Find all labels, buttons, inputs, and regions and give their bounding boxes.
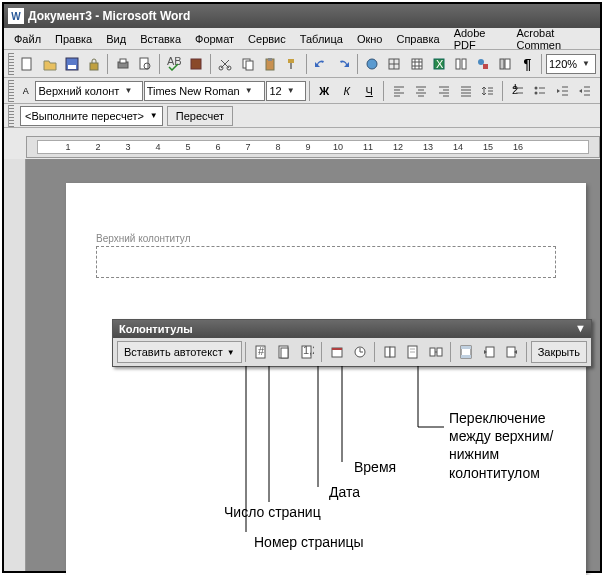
decrease-indent-button[interactable]: [552, 80, 573, 102]
ruler-scale: 1 2 3 4 5 6 7 8 9 10 11 12 13 14 15 16: [37, 140, 589, 154]
toolbar-grip[interactable]: [8, 53, 14, 75]
recalc-toolbar: <Выполните пересчет> ▼ Пересчет: [4, 104, 600, 128]
menu-format[interactable]: Формат: [189, 31, 240, 47]
recalc-placeholder: <Выполните пересчет>: [25, 110, 144, 122]
show-hide-text-button[interactable]: [402, 341, 424, 363]
svg-text:2: 2: [512, 84, 518, 96]
scissors-icon: [218, 57, 232, 71]
separator-icon: [357, 54, 359, 74]
horizontal-ruler[interactable]: 1 2 3 4 5 6 7 8 9 10 11 12 13 14 15 16: [26, 136, 600, 158]
floating-toolbar-title: Колонтитулы: [119, 323, 193, 335]
align-center-button[interactable]: [410, 80, 431, 102]
increase-indent-button[interactable]: [575, 80, 596, 102]
menu-adobe-pdf[interactable]: Adobe PDF: [448, 25, 509, 53]
ruler-mark: 7: [245, 142, 250, 152]
toolbar-grip[interactable]: [8, 80, 14, 102]
svg-rect-85: [437, 348, 442, 356]
permissions-button[interactable]: [83, 53, 104, 75]
font-size-combo[interactable]: 12 ▼: [266, 81, 305, 101]
insert-date-button[interactable]: [326, 341, 348, 363]
switch-header-footer-button[interactable]: [455, 341, 477, 363]
header-footer-toolbar[interactable]: Колонтитулы ▼ Вставить автотекст ▼ # 1,2: [112, 319, 592, 367]
ruler-mark: 15: [483, 142, 493, 152]
redo-icon: [336, 57, 350, 71]
show-marks-button[interactable]: ¶: [517, 53, 538, 75]
columns-button[interactable]: [450, 53, 471, 75]
toolbar-grip[interactable]: [8, 105, 14, 127]
zoom-combo[interactable]: 120% ▼: [546, 54, 596, 74]
align-right-button[interactable]: [433, 80, 454, 102]
menu-file[interactable]: Файл: [8, 31, 47, 47]
ruler-mark: 5: [185, 142, 190, 152]
insert-time-button[interactable]: [349, 341, 371, 363]
menu-table[interactable]: Таблица: [294, 31, 349, 47]
callout-date: Дата: [329, 484, 360, 500]
globe-link-icon: [365, 57, 379, 71]
svg-rect-90: [486, 347, 494, 357]
menu-help[interactable]: Справка: [390, 31, 445, 47]
page[interactable]: Верхний колонтитул: [66, 183, 586, 575]
show-previous-button[interactable]: [478, 341, 500, 363]
line-spacing-button[interactable]: [478, 80, 499, 102]
bullets-button[interactable]: [530, 80, 551, 102]
research-button[interactable]: [186, 53, 207, 75]
same-as-previous-button[interactable]: [425, 341, 447, 363]
numbering-button[interactable]: 12: [507, 80, 528, 102]
header-edit-box[interactable]: [96, 246, 556, 278]
paste-button[interactable]: [259, 53, 280, 75]
recalc-combo[interactable]: <Выполните пересчет> ▼: [20, 106, 163, 126]
new-doc-icon: [20, 57, 34, 71]
ruler-mark: 6: [215, 142, 220, 152]
spellcheck-button[interactable]: ABC: [164, 53, 185, 75]
menu-edit[interactable]: Правка: [49, 31, 98, 47]
menu-view[interactable]: Вид: [100, 31, 132, 47]
prev-icon: [482, 345, 496, 359]
styles-pane-button[interactable]: A: [17, 80, 35, 102]
underline-button[interactable]: Ч: [358, 80, 379, 102]
undo-button[interactable]: [310, 53, 331, 75]
vertical-ruler[interactable]: [4, 159, 26, 571]
columns-icon: [454, 57, 468, 71]
menu-tools[interactable]: Сервис: [242, 31, 292, 47]
docmap-button[interactable]: [495, 53, 516, 75]
font-combo[interactable]: Times New Roman ▼: [144, 81, 266, 101]
save-button[interactable]: [61, 53, 82, 75]
insert-page-count-button[interactable]: [273, 341, 295, 363]
magnify-page-icon: [138, 57, 152, 71]
insert-page-number-button[interactable]: #: [250, 341, 272, 363]
print-button[interactable]: [112, 53, 133, 75]
bold-button[interactable]: Ж: [313, 80, 334, 102]
page-setup-button[interactable]: [379, 341, 401, 363]
menu-window[interactable]: Окно: [351, 31, 389, 47]
separator-icon: [321, 342, 323, 362]
close-icon[interactable]: ▼: [575, 324, 585, 334]
menu-insert[interactable]: Вставка: [134, 31, 187, 47]
copy-button[interactable]: [237, 53, 258, 75]
header-area[interactable]: Верхний колонтитул: [96, 233, 556, 278]
print-preview-button[interactable]: [135, 53, 156, 75]
insert-autotext-button[interactable]: Вставить автотекст ▼: [117, 341, 242, 363]
tables-borders-button[interactable]: [384, 53, 405, 75]
close-hf-button[interactable]: Закрыть: [531, 341, 587, 363]
hyperlink-button[interactable]: [362, 53, 383, 75]
menu-acrobat-comments[interactable]: Acrobat Commen: [510, 25, 596, 53]
redo-button[interactable]: [333, 53, 354, 75]
drawing-button[interactable]: [473, 53, 494, 75]
align-left-button[interactable]: [388, 80, 409, 102]
recalc-button[interactable]: Пересчет: [167, 106, 233, 126]
italic-button[interactable]: К: [336, 80, 357, 102]
format-painter-button[interactable]: [281, 53, 302, 75]
cut-button[interactable]: [215, 53, 236, 75]
floating-toolbar-titlebar[interactable]: Колонтитулы ▼: [113, 320, 591, 338]
excel-button[interactable]: X: [428, 53, 449, 75]
style-combo[interactable]: Верхний колонт ▼: [35, 81, 142, 101]
open-button[interactable]: [39, 53, 60, 75]
new-doc-button[interactable]: [17, 53, 38, 75]
book-icon: [189, 57, 203, 71]
insert-autotext-label: Вставить автотекст: [124, 346, 223, 358]
undo-icon: [314, 57, 328, 71]
align-justify-button[interactable]: [455, 80, 476, 102]
format-page-number-button[interactable]: 1,2: [296, 341, 318, 363]
show-next-button[interactable]: [501, 341, 523, 363]
insert-table-button[interactable]: [406, 53, 427, 75]
